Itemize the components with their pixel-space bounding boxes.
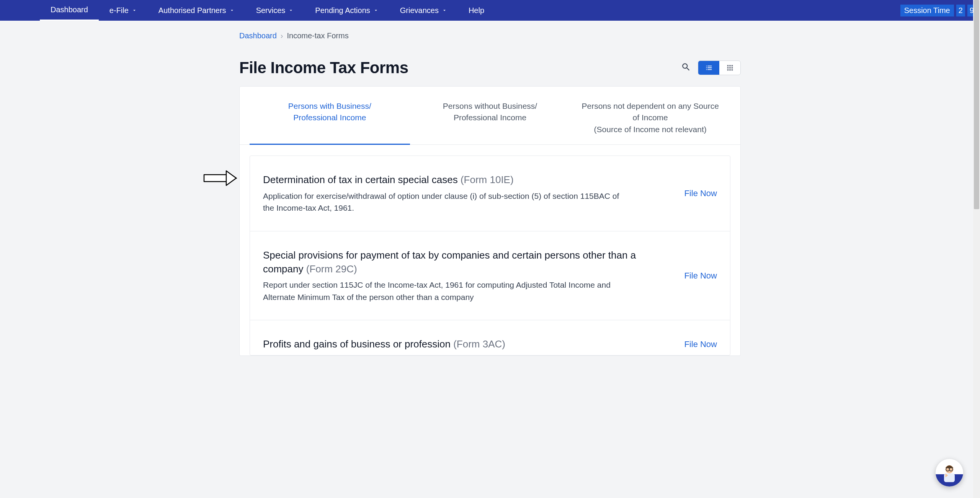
tab-line1: Persons without Business/: [443, 102, 537, 110]
form-title: Special provisions for payment of tax by…: [263, 248, 669, 276]
chevron-down-icon: [373, 8, 379, 13]
form-description: Report under section 115JC of the Income…: [263, 279, 623, 303]
chevron-down-icon: [442, 8, 447, 13]
form-description: Application for exercise/withdrawal of o…: [263, 190, 623, 214]
nav-efile[interactable]: e-File: [99, 0, 148, 21]
form-title: Profits and gains of business or profess…: [263, 337, 505, 351]
session-timer: Session Time 2 9: [900, 5, 980, 16]
form-title: Determination of tax in certain special …: [263, 173, 623, 187]
tab-line2: Professional Income: [293, 113, 366, 122]
file-now-button[interactable]: File Now: [684, 339, 717, 349]
form-number: (Form 29C): [306, 263, 357, 275]
tab-no-source-income[interactable]: Persons not dependent on any Source of I…: [570, 87, 730, 144]
top-nav: Dashboard e-File Authorised Partners Ser…: [0, 0, 980, 21]
nav-label: Authorised Partners: [158, 6, 226, 15]
scrollbar-thumb[interactable]: [974, 0, 979, 209]
forms-panel: Persons with Business/Professional Incom…: [239, 86, 741, 356]
form-title-text: Profits and gains of business or profess…: [263, 338, 451, 350]
breadcrumb: Dashboard › Income-tax Forms: [239, 21, 741, 40]
form-title-text: Determination of tax in certain special …: [263, 174, 458, 185]
nav-services[interactable]: Services: [245, 0, 305, 21]
tab-no-business-income[interactable]: Persons without Business/Professional In…: [410, 87, 570, 144]
tab-line2: (Source of Income not relevant): [594, 125, 707, 134]
nav-pending-actions[interactable]: Pending Actions: [304, 0, 389, 21]
tab-business-income[interactable]: Persons with Business/Professional Incom…: [250, 87, 410, 144]
form-row: Special provisions for payment of tax by…: [250, 231, 730, 321]
chevron-down-icon: [132, 8, 137, 13]
form-row: Determination of tax in certain special …: [250, 156, 730, 231]
arrow-annotation-icon: [203, 169, 237, 188]
tab-line2: Professional Income: [454, 113, 526, 122]
nav-label: e-File: [109, 6, 129, 15]
breadcrumb-sep-icon: ›: [281, 31, 283, 40]
file-now-button[interactable]: File Now: [684, 188, 717, 198]
nav-authorised-partners[interactable]: Authorised Partners: [148, 0, 245, 21]
category-tabs: Persons with Business/Professional Incom…: [240, 87, 740, 145]
scrollbar[interactable]: [973, 0, 980, 371]
nav-help[interactable]: Help: [458, 0, 495, 21]
nav-label: Services: [256, 6, 286, 15]
grid-view-button[interactable]: [719, 61, 740, 75]
nav-label: Grievances: [400, 6, 439, 15]
breadcrumb-current: Income-tax Forms: [287, 31, 349, 40]
tab-line1: Persons with Business/: [288, 102, 371, 110]
file-now-button[interactable]: File Now: [684, 271, 717, 281]
tab-line1: Persons not dependent on any Source of I…: [581, 102, 719, 122]
page-title: File Income Tax Forms: [239, 59, 408, 77]
session-minute-tens: 2: [956, 5, 965, 16]
nav-grievances[interactable]: Grievances: [389, 0, 458, 21]
session-label: Session Time: [900, 5, 954, 16]
breadcrumb-root-link[interactable]: Dashboard: [239, 31, 277, 40]
title-tools: [681, 61, 741, 75]
chevron-down-icon: [288, 8, 294, 13]
form-number: (Form 10IE): [461, 174, 514, 185]
nav-label: Dashboard: [51, 5, 88, 14]
nav-label: Help: [469, 6, 484, 15]
list-view-button[interactable]: [698, 61, 719, 75]
search-icon[interactable]: [681, 62, 691, 74]
view-toggle: [698, 61, 741, 75]
chevron-down-icon: [229, 8, 235, 13]
form-list: Determination of tax in certain special …: [240, 156, 740, 355]
nav-label: Pending Actions: [315, 6, 370, 15]
form-number: (Form 3AC): [453, 338, 505, 350]
nav-dashboard[interactable]: Dashboard: [40, 0, 99, 21]
form-row: Profits and gains of business or profess…: [250, 320, 730, 355]
